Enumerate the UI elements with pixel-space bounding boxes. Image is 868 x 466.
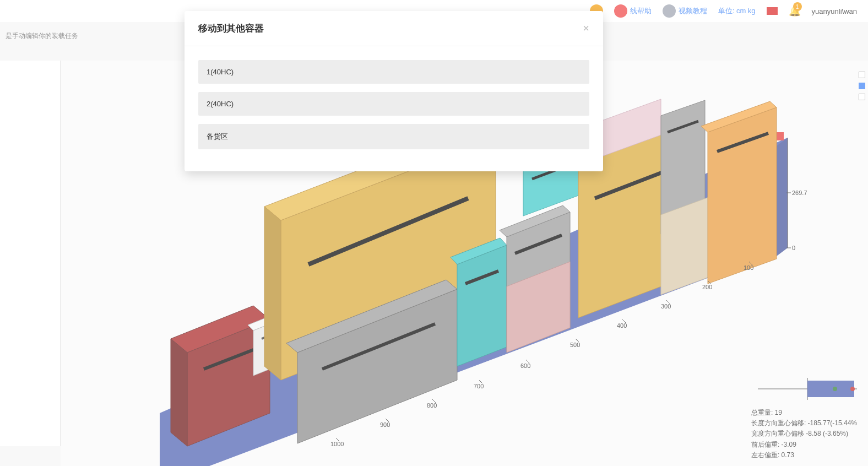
container-option-2[interactable]: 2(40HC): [198, 92, 589, 116]
container-option-staging[interactable]: 备货区: [198, 124, 589, 149]
modal-body: 1(40HC) 2(40HC) 备货区: [185, 46, 603, 171]
modal-header: 移动到其他容器 ×: [185, 11, 603, 46]
container-option-1[interactable]: 1(40HC): [198, 60, 589, 84]
close-icon[interactable]: ×: [583, 22, 589, 35]
modal-title: 移动到其他容器: [198, 22, 264, 35]
move-to-container-modal: 移动到其他容器 × 1(40HC) 2(40HC) 备货区: [185, 11, 603, 171]
